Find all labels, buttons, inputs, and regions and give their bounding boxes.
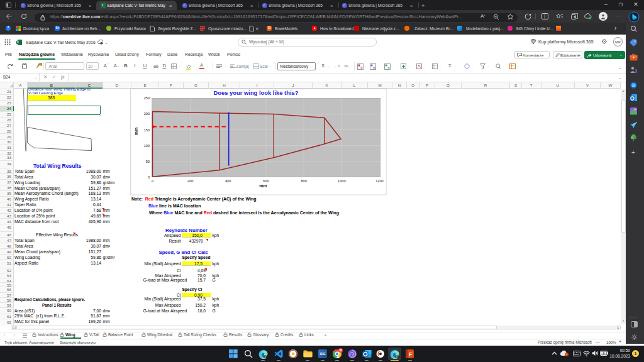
svg-text:400: 400 bbox=[225, 179, 231, 183]
svg-text:mm: mm bbox=[134, 128, 138, 135]
svg-text:1000: 1000 bbox=[338, 179, 345, 183]
svg-text:250: 250 bbox=[143, 97, 149, 101]
svg-text:600: 600 bbox=[263, 179, 269, 183]
svg-text:200: 200 bbox=[187, 179, 193, 183]
svg-text:50: 50 bbox=[145, 160, 149, 163]
svg-text:0: 0 bbox=[148, 175, 150, 179]
svg-text:Does your wing look like this?: Does your wing look like this? bbox=[213, 89, 298, 96]
svg-text:1200: 1200 bbox=[375, 179, 383, 183]
svg-text:0: 0 bbox=[152, 179, 153, 183]
svg-text:150: 150 bbox=[143, 128, 149, 132]
svg-text:100: 100 bbox=[143, 144, 149, 148]
svg-text:200: 200 bbox=[143, 112, 149, 116]
svg-text:mm: mm bbox=[259, 184, 267, 188]
svg-text:800: 800 bbox=[301, 179, 306, 183]
svg-text:F: F bbox=[409, 351, 413, 357]
